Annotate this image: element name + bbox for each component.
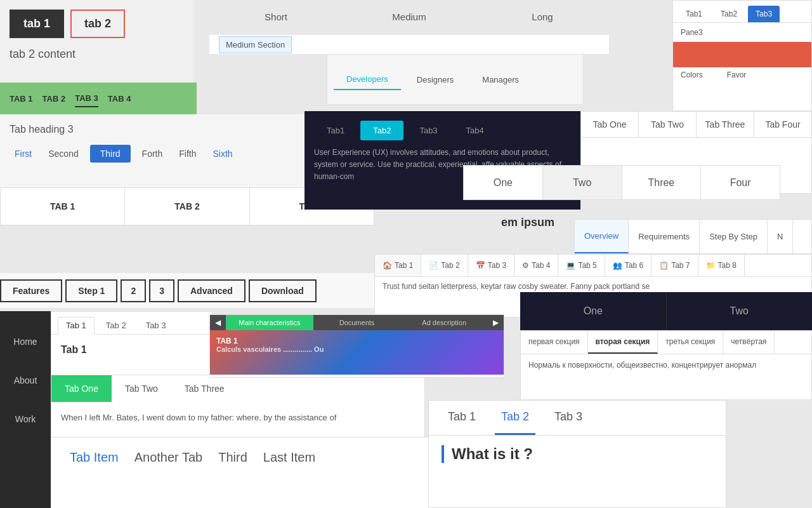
panel3-tab-first[interactable]: First bbox=[10, 146, 37, 161]
panel20-tab-ad[interactable]: Ad description bbox=[400, 315, 488, 330]
panel7-tab2[interactable]: Tab 2 bbox=[98, 317, 134, 334]
panel1-tab2[interactable]: tab 2 bbox=[70, 10, 125, 38]
panel18-tab1[interactable]: Tab 1 bbox=[442, 401, 482, 435]
panel19-tab2[interactable]: Tab2 bbox=[713, 6, 745, 22]
panel13-tab-three[interactable]: Tab Three bbox=[697, 112, 754, 137]
panel12-tab3[interactable]: Tab3 bbox=[407, 121, 450, 140]
panel11-container: Developers Designers Managers bbox=[327, 54, 584, 105]
panel12-tab2[interactable]: Tab2 bbox=[360, 121, 403, 140]
panel17-tab-first[interactable]: первая секция bbox=[521, 331, 588, 354]
panel3-tab-fifth[interactable]: Fifth bbox=[174, 146, 201, 161]
panel8-tab-three[interactable]: Tab Three bbox=[171, 375, 238, 402]
panel20-subcontent: Calculs vasculaires ............... Ou bbox=[216, 345, 497, 353]
panel5-tab-step1[interactable]: Step 1 bbox=[65, 279, 117, 302]
panel16-container: One Two bbox=[520, 292, 812, 330]
panel13-tab-four[interactable]: Tab Four bbox=[754, 112, 811, 137]
panel20-tab-documents[interactable]: Documents bbox=[313, 315, 401, 330]
panel11-tab-designers[interactable]: Designers bbox=[404, 70, 467, 90]
panel20-next-btn[interactable]: ▶ bbox=[488, 315, 504, 330]
tab-one[interactable]: One bbox=[464, 166, 543, 199]
panel14-tab-stepbystep[interactable]: Step By Step bbox=[700, 220, 768, 253]
panel18-tab3[interactable]: Tab 3 bbox=[548, 401, 589, 435]
panel2-tab3[interactable]: TAB 3 bbox=[75, 90, 98, 107]
home-icon: 🏠 bbox=[383, 261, 392, 270]
panel20-prev-btn[interactable]: ◀ bbox=[210, 315, 226, 330]
panel14-tab-n[interactable]: N bbox=[768, 220, 793, 253]
people-icon: 👥 bbox=[613, 261, 622, 270]
panel11-tab-managers[interactable]: Managers bbox=[469, 70, 532, 90]
panel12-tabs: Tab1 Tab2 Tab3 Tab4 bbox=[304, 111, 580, 140]
sidebar-item-work[interactable]: Work bbox=[0, 401, 51, 437]
panel15-tab5[interactable]: 💻Tab 5 bbox=[558, 255, 605, 276]
panel19-tab1[interactable]: Tab1 bbox=[678, 6, 710, 22]
panel15-tab8[interactable]: 📁Tab 8 bbox=[698, 255, 745, 276]
sidebar-item-home[interactable]: Home bbox=[0, 324, 51, 359]
panel12-tab1[interactable]: Tab1 bbox=[314, 121, 357, 140]
panel7-tab1[interactable]: Tab 1 bbox=[58, 317, 95, 335]
panel15-tab3[interactable]: 📅Tab 3 bbox=[468, 255, 514, 276]
panel11-tab-developers[interactable]: Developers bbox=[334, 69, 401, 90]
panel10-tab-long[interactable]: Long bbox=[476, 0, 609, 35]
sidebar-item-about[interactable]: About bbox=[0, 363, 51, 398]
panel2-tab4[interactable]: TAB 4 bbox=[108, 91, 131, 107]
panel8-tab-two[interactable]: Tab Two bbox=[112, 375, 171, 402]
tab-four[interactable]: Four bbox=[701, 166, 780, 199]
panel8-tabs: Tab One Tab Two Tab Three bbox=[51, 375, 424, 402]
panel9-tab-another[interactable]: Another Tab bbox=[134, 450, 203, 465]
tab-three[interactable]: Three bbox=[622, 166, 702, 199]
panel2-tab2[interactable]: TAB 2 bbox=[43, 91, 66, 107]
panel10-tab-short[interactable]: Short bbox=[209, 0, 343, 35]
panel16-tab-one[interactable]: One bbox=[520, 292, 667, 330]
panel15-tab1[interactable]: 🏠Tab 1 bbox=[375, 255, 421, 276]
panel15-tab7[interactable]: 📋Tab 7 bbox=[652, 255, 698, 276]
panel1-tab1[interactable]: tab 1 bbox=[10, 10, 64, 38]
panel14-tab-overview[interactable]: Overview bbox=[575, 220, 629, 253]
panel15-tab6[interactable]: 👥Tab 6 bbox=[605, 255, 652, 276]
panel5-tab-download[interactable]: Download bbox=[249, 279, 317, 302]
panel3-tab-third[interactable]: Third bbox=[90, 145, 131, 163]
panel15-tab4[interactable]: ⚙Tab 4 bbox=[514, 255, 558, 276]
panel8-tab-one[interactable]: Tab One bbox=[51, 375, 112, 402]
panel3-tab-second[interactable]: Second bbox=[43, 146, 83, 161]
panel9-tab-third[interactable]: Third bbox=[218, 450, 247, 465]
panel4-tab1[interactable]: TAB 1 bbox=[1, 188, 125, 225]
panel5-container: Features Step 1 2 3 Advanced Download bbox=[0, 273, 374, 308]
panel10-sub-medium-section[interactable]: Medium Section bbox=[219, 36, 292, 53]
panel14-tab-requirements[interactable]: Requirements bbox=[629, 220, 700, 253]
laptop-icon: 💻 bbox=[566, 261, 575, 270]
panel13-tab-two[interactable]: Tab Two bbox=[639, 112, 697, 137]
panel19-tab3[interactable]: Tab3 bbox=[748, 6, 780, 22]
panel7-tabs: Tab 1 Tab 2 Tab 3 bbox=[51, 312, 212, 335]
panel1-content: tab 2 content bbox=[10, 44, 184, 64]
panel5-tab-2[interactable]: 2 bbox=[121, 279, 146, 302]
panel20-content: TAB 1 Calculs vasculaires ..............… bbox=[210, 330, 504, 375]
panel4-tab2[interactable]: TAB 2 bbox=[125, 188, 249, 225]
panel5-tab-features[interactable]: Features bbox=[0, 279, 62, 302]
calendar-icon: 📅 bbox=[476, 261, 485, 270]
panel10-tab-medium[interactable]: Medium bbox=[343, 0, 476, 35]
panel17-tab-third[interactable]: третья секция bbox=[658, 331, 723, 354]
panel15-tab2[interactable]: 📄Tab 2 bbox=[421, 255, 468, 276]
list-icon: 📋 bbox=[659, 261, 669, 270]
panel2-tab1[interactable]: TAB 1 bbox=[10, 91, 33, 107]
panel5-tab-3[interactable]: 3 bbox=[149, 279, 174, 302]
panel16-tab-two[interactable]: Two bbox=[667, 292, 813, 330]
panel17-tab-second[interactable]: вторая секция bbox=[588, 331, 658, 354]
panel1-tabs: tab 1 tab 2 bbox=[10, 10, 184, 38]
panel5-tab-advanced[interactable]: Advanced bbox=[178, 279, 246, 302]
panel13-tab-one[interactable]: Tab One bbox=[581, 112, 639, 137]
panel18-title: What is it ? bbox=[442, 445, 713, 463]
panel9-tab-last[interactable]: Last Item bbox=[263, 450, 315, 465]
panel20-header: ◀ Main characteristics Documents Ad desc… bbox=[210, 315, 504, 330]
panel18-tab2[interactable]: Tab 2 bbox=[495, 401, 535, 435]
panel3-tab-forth[interactable]: Forth bbox=[137, 146, 168, 161]
panel9-tab-item[interactable]: Tab Item bbox=[70, 450, 119, 465]
one-two-three-four-container: One Two Three Four bbox=[463, 165, 780, 200]
panel20-tab-main[interactable]: Main characteristics bbox=[226, 315, 313, 330]
panel6-sidebar: Home About Work bbox=[0, 311, 51, 508]
tab-two[interactable]: Two bbox=[543, 166, 622, 199]
panel17-tab-fourth[interactable]: четвёртая bbox=[723, 331, 775, 354]
panel7-tab3[interactable]: Tab 3 bbox=[138, 317, 174, 334]
panel3-tab-sixth[interactable]: Sixth bbox=[208, 146, 238, 161]
panel12-tab4[interactable]: Tab4 bbox=[454, 121, 497, 140]
